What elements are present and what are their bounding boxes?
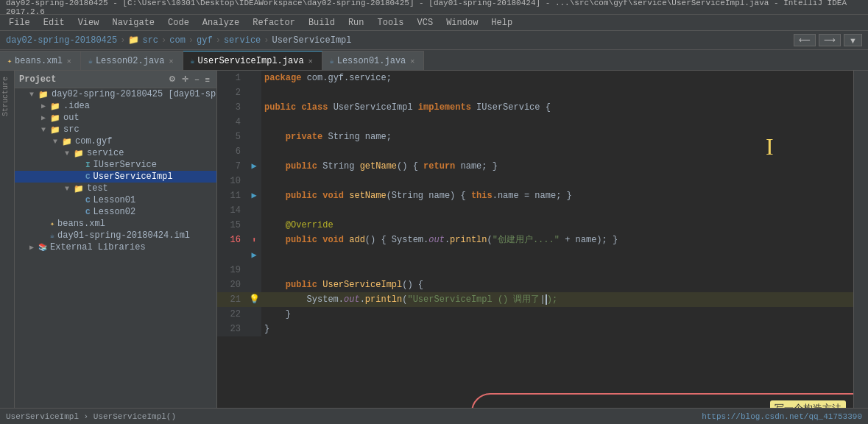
line-content-20[interactable]: public UserServiceImpl() {: [261, 278, 853, 292]
line-gutter-11: ▶: [247, 188, 261, 203]
line-gutter-19: [247, 263, 261, 278]
line-gutter-20: [247, 278, 261, 292]
line-content-14[interactable]: [261, 203, 853, 218]
lightbulb-icon-21[interactable]: 💡: [249, 294, 260, 305]
line-content-10[interactable]: [261, 174, 853, 188]
line-num-1: 1: [217, 71, 247, 85]
sidebar-toolbar: ⚙ ✛ − ≡: [166, 74, 212, 85]
menu-help[interactable]: Help: [485, 16, 518, 29]
code-line-15: 15 @Override: [217, 218, 853, 233]
nav-forward-button[interactable]: ⟶: [819, 34, 841, 46]
breadcrumb-project[interactable]: day02-spring-20180425: [6, 35, 117, 46]
fold-arrow-16[interactable]: ▶: [251, 250, 256, 261]
line-content-7[interactable]: public String getName() { return name; }: [261, 159, 853, 174]
java-class-icon: C: [85, 172, 91, 181]
line-content-1[interactable]: package com.gyf.service;: [261, 71, 853, 85]
tree-item-iuserservice[interactable]: I IUserService: [15, 159, 216, 171]
line-content-22[interactable]: }: [261, 307, 853, 322]
tree-item-comgyf[interactable]: ▼ 📁 com.gyf: [15, 135, 216, 147]
line-gutter-15: [247, 218, 261, 233]
code-line-5: 5 private String name;: [217, 130, 853, 144]
tree-item-service[interactable]: ▼ 📁 service: [15, 147, 216, 159]
breadcrumb-service[interactable]: service: [224, 35, 261, 46]
tab-lesson02[interactable]: ☕ Lesson02.java ✕: [81, 51, 183, 70]
tree-label-test: test: [87, 183, 108, 194]
fold-arrow-11[interactable]: ▶: [251, 191, 256, 201]
tab-lesson01[interactable]: ☕ Lesson01.java ✕: [322, 51, 425, 70]
tree-item-lesson02[interactable]: C Lesson02: [15, 206, 216, 218]
code-line-2: 2: [217, 85, 853, 100]
breadcrumb-gyf[interactable]: gyf: [197, 35, 213, 46]
menu-build[interactable]: Build: [303, 16, 341, 29]
tree-item-beans-xml[interactable]: ✦ beans.xml: [15, 218, 216, 230]
menu-edit[interactable]: Edit: [38, 16, 71, 29]
code-line-1: 1 package com.gyf.service;: [217, 71, 853, 85]
tab-userserviceimpl[interactable]: ☕ UserServiceImpl.java ✕: [183, 51, 322, 70]
nav-back-button[interactable]: ⟵: [794, 34, 816, 46]
tree-item-root[interactable]: ▼ 📁 day02-spring-20180425 [day01-spri...: [15, 88, 216, 100]
tab-userserviceimpl-close[interactable]: ✕: [307, 57, 314, 66]
tree-label-comgyf: com.gyf: [75, 136, 112, 146]
tab-beans-xml[interactable]: ✦ beans.xml ✕: [0, 51, 81, 70]
tree-item-test[interactable]: ▼ 📁 test: [15, 183, 216, 194]
vtab-structure-label[interactable]: Structure: [0, 71, 14, 122]
java-icon-lesson01: ☕: [330, 57, 334, 66]
line-content-3[interactable]: public class UserServiceImpl implements …: [261, 100, 853, 115]
line-content-11[interactable]: public void setName(String name) { this.…: [261, 188, 853, 203]
nav-recent-button[interactable]: ▼: [844, 34, 862, 46]
code-line-19: 19: [217, 263, 853, 278]
xml-icon-tree: ✦: [50, 219, 54, 228]
tree-item-userserviceimpl[interactable]: C UserServiceImpl: [15, 171, 216, 183]
menu-file[interactable]: File: [3, 16, 36, 29]
tree-item-out[interactable]: ▶ 📁 out: [15, 112, 216, 124]
breadcrumb-com[interactable]: com: [169, 35, 186, 46]
tree-item-external-libs[interactable]: ▶ 📚 External Libraries: [15, 241, 216, 253]
menu-vcs[interactable]: VCS: [412, 16, 440, 29]
tree-label-service: service: [87, 148, 124, 158]
tab-lesson02-close[interactable]: ✕: [168, 57, 175, 66]
line-gutter-22: [247, 307, 261, 322]
line-content-2[interactable]: [261, 85, 853, 100]
tree-label-out: out: [63, 113, 80, 123]
folder-icon-comgyf: 📁: [62, 137, 72, 146]
fold-arrow-7[interactable]: ▶: [251, 161, 256, 172]
menu-code[interactable]: Code: [162, 16, 195, 29]
sidebar-header: Project ⚙ ✛ − ≡: [15, 71, 216, 88]
menu-tools[interactable]: Tools: [372, 16, 410, 29]
breadcrumb-src[interactable]: src: [142, 35, 158, 46]
code-line-21: 21 💡 System.out.println("UserServiceImpl…: [217, 292, 853, 307]
line-num-19: 19: [217, 263, 247, 278]
tab-lesson01-close[interactable]: ✕: [409, 57, 416, 66]
code-editor[interactable]: 1 package com.gyf.service; 2 3 public cl…: [217, 71, 853, 408]
line-content-5[interactable]: private String name;: [261, 130, 853, 144]
menu-analyze[interactable]: Analyze: [197, 16, 245, 29]
line-content-15[interactable]: @Override: [261, 218, 853, 233]
menu-view[interactable]: View: [72, 16, 105, 29]
tree-label-root: day02-spring-20180425 [day01-spri...: [52, 89, 217, 99]
line-content-6[interactable]: [261, 144, 853, 159]
tree-label-iml: day01-spring-20180424.iml: [57, 230, 190, 241]
sidebar-btn-3[interactable]: −: [192, 74, 201, 85]
status-right: https://blog.csdn.net/qq_41753390: [702, 412, 862, 421]
menu-run[interactable]: Run: [342, 16, 370, 29]
sidebar-btn-collapse[interactable]: ≡: [203, 74, 212, 85]
tree-item-src[interactable]: ▼ 📁 src: [15, 124, 216, 135]
sidebar-btn-1[interactable]: ⚙: [166, 74, 178, 85]
menu-refactor[interactable]: Refactor: [247, 16, 301, 29]
line-gutter-2: [247, 85, 261, 100]
line-content-23[interactable]: }: [261, 322, 853, 336]
line-content-19[interactable]: [261, 263, 853, 278]
line-content-21[interactable]: System.out.println("UserServiceImpl () 调…: [261, 292, 853, 307]
line-content-16[interactable]: public void add() { System.out.println("…: [261, 233, 853, 263]
menu-navigate[interactable]: Navigate: [106, 16, 160, 29]
tab-beans-xml-close[interactable]: ✕: [66, 57, 73, 66]
menu-bar: File Edit View Navigate Code Analyze Ref…: [0, 15, 868, 31]
tree-label-userserviceimpl: UserServiceImpl: [93, 172, 173, 182]
menu-window[interactable]: Window: [440, 16, 484, 29]
tree-item-iml[interactable]: ☕ day01-spring-20180424.iml: [15, 230, 216, 241]
tree-item-idea[interactable]: ▶ 📁 .idea: [15, 100, 216, 112]
line-num-4: 4: [217, 115, 247, 130]
line-content-4[interactable]: [261, 115, 853, 130]
tree-item-lesson01[interactable]: C Lesson01: [15, 194, 216, 206]
sidebar-btn-2[interactable]: ✛: [180, 74, 191, 85]
